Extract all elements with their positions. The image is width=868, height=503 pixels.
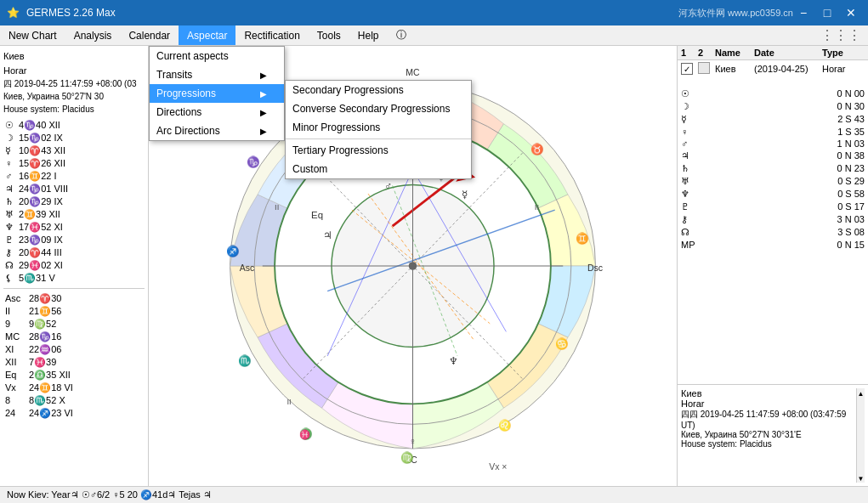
planet-neptune: ♆17♓52 XI [3, 221, 145, 234]
transits-arrow: ▶ [260, 71, 267, 80]
th-col1: 1 [681, 48, 698, 58]
scroll-up[interactable]: ▲ [858, 390, 865, 398]
planet-mercury: ☿10♈43 XII [3, 144, 145, 157]
row-type: Horar [822, 64, 865, 74]
aspect-saturn: ♄0 N 23 [681, 162, 865, 175]
table-row[interactable]: Киев (2019-04-25) Horar [678, 60, 868, 77]
menu-transits[interactable]: Transits ▶ [150, 65, 284, 84]
menu-rectification[interactable]: Rectification [235, 25, 308, 45]
house-asc: Asc28♈30 [3, 292, 145, 305]
arc-directions-arrow: ▶ [260, 127, 267, 136]
location-line: Киев, Украина 50°27'N 30 [3, 90, 145, 103]
toolbar-icon: ⋮⋮⋮ [820, 27, 861, 43]
menu-directions[interactable]: Directions ▶ [150, 103, 284, 122]
right-panel: 1 2 Name Date Type Киев (2019-04-25) Hor… [677, 46, 868, 486]
svg-text:♀: ♀ [409, 436, 417, 448]
aspect-sun: ☉0 N 00 [681, 88, 865, 100]
svg-text:♆: ♆ [449, 355, 458, 367]
planet-pluto: ♇23♑09 IX [3, 234, 145, 246]
svg-text:II: II [275, 202, 279, 212]
menu-arc-directions[interactable]: Arc Directions ▶ [150, 122, 284, 140]
aspect-moon: ☽0 N 30 [681, 100, 865, 113]
chart-table: 1 2 Name Date Type Киев (2019-04-25) Hor… [678, 46, 868, 384]
scrollbar[interactable]: ▲ ▼ [856, 388, 865, 483]
planet-uranus: ♅2♊39 XII [3, 208, 145, 221]
row-checkbox[interactable] [681, 63, 698, 75]
menu-tools[interactable]: Tools [309, 25, 349, 45]
status-text: Now Kiev: Year♃ ☉♂6/2 ♀5 20 ♐41d♃ Tejas … [7, 489, 212, 500]
vx: Vx24♊18 VI [3, 381, 145, 394]
menu-custom[interactable]: Custom [286, 160, 471, 178]
svg-text:♋: ♋ [555, 337, 569, 351]
planet-jupiter: ♃24♑01 VIII [3, 183, 145, 195]
menu-new-chart[interactable]: New Chart [0, 25, 65, 45]
aspect-mp: MP0 N 15 [681, 239, 865, 251]
svg-text:♐: ♐ [226, 245, 240, 258]
planet-mars: ♂16♊22 I [3, 170, 145, 183]
house-2: II21♊56 [3, 305, 145, 318]
info-type: Horar [681, 398, 856, 409]
svg-text:♏: ♏ [238, 354, 252, 368]
svg-text:Asc: Asc [240, 263, 255, 273]
planet-saturn: ♄20♑29 IX [3, 195, 145, 208]
svg-text:♑: ♑ [247, 155, 260, 169]
menu-analysis[interactable]: Analysis [65, 25, 121, 45]
svg-text:II: II [535, 202, 539, 212]
city-name: Киев [3, 49, 145, 64]
left-panel: Киев Horar 四 2019-04-25 11:47:59 +08:00 … [0, 46, 149, 486]
house-24: 2424♐23 VI [3, 407, 145, 420]
menu-info[interactable]: ⓘ [388, 25, 415, 45]
scroll-down[interactable]: ▼ [858, 475, 865, 483]
menu-calendar[interactable]: Calendar [120, 25, 179, 45]
menu-secondary-progressions[interactable]: Secondary Progressions [286, 81, 471, 99]
menu-progressions[interactable]: Progressions ▶ [150, 84, 284, 103]
aspect-mercury: ☿2 S 43 [681, 113, 865, 126]
maximize-button[interactable]: □ [817, 4, 837, 21]
close-button[interactable]: ✕ [841, 4, 861, 21]
svg-text:♍: ♍ [400, 451, 414, 465]
aspect-jupiter: ♃0 N 38 [681, 150, 865, 162]
svg-text:♂: ♂ [384, 180, 392, 192]
planets-list: ☉4♑40 XII ☽15♑02 IX ☿10♈43 XII ♀15♈26 XI… [3, 119, 145, 285]
info-datetime: 四四 2019-04-25 11:47:59 +08:00 (03:47:59 … [681, 409, 856, 430]
chart-area: MC Dsc Asc IC Vx × Vx × II II II ♈ ♉ ♊ ♋… [149, 46, 677, 486]
th-type: Type [822, 48, 865, 58]
svg-text:♃: ♃ [323, 229, 332, 241]
svg-text:☿: ☿ [462, 189, 468, 201]
menubar: New Chart Analysis Calendar Aspectar Rec… [0, 25, 868, 46]
aspectar-dropdown: Current aspects Transits ▶ Progressions … [149, 46, 285, 141]
planet-moon: ☽15♑02 IX [3, 132, 145, 144]
planet-chiron: ⚷20♈44 III [3, 246, 145, 259]
house-system: House system: Placidus [3, 103, 145, 116]
aspect-neptune: ♆0 S 58 [681, 188, 865, 201]
planet-sun: ☉4♑40 XII [3, 119, 145, 132]
svg-text:♊: ♊ [576, 232, 589, 246]
main-area: Киев Horar 四 2019-04-25 11:47:59 +08:00 … [0, 46, 868, 486]
color-indicator [698, 62, 710, 74]
aspect-mars: ♂1 N 03 [681, 138, 865, 150]
row-name: Киев [715, 64, 754, 74]
subtitle: 河东软件网 www.pc0359.cn [678, 7, 793, 20]
row-date: (2019-04-25) [754, 64, 822, 74]
titlebar: ⭐ GERMES 2.26 Max 河东软件网 www.pc0359.cn − … [0, 0, 868, 25]
menu-tertiary-progressions[interactable]: Tertiary Progressions [286, 141, 471, 160]
info-location: Киев, Украина 50°27'N 30°31'E [681, 430, 856, 439]
menu-converse-secondary[interactable]: Converse Secondary Progressions [286, 99, 471, 118]
menu-current-aspects[interactable]: Current aspects [150, 47, 284, 65]
planet-venus: ♀15♈26 XII [3, 157, 145, 170]
info-city: Киев [681, 388, 856, 398]
menu-help[interactable]: Help [349, 25, 388, 45]
checkbox-1[interactable] [681, 63, 693, 75]
th-name: Name [715, 48, 754, 58]
th-date: Date [754, 48, 822, 58]
app-title: GERMES 2.26 Max [26, 7, 672, 19]
minimize-button[interactable]: − [793, 4, 814, 21]
menu-minor-progressions[interactable]: Minor Progressions [286, 118, 471, 137]
submenu-separator [286, 138, 471, 139]
info-house-system: House system: Placidus [681, 439, 856, 449]
aspect-pluto: ♇0 S 17 [681, 201, 865, 213]
menu-aspectar[interactable]: Aspectar [179, 25, 235, 45]
aspect-chiron: ⚷3 N 03 [681, 213, 865, 226]
aspects-panel: ☉0 N 00 ☽0 N 30 ☿2 S 43 ♀1 S 35 ♂1 N 03 … [678, 84, 868, 254]
svg-text:♌: ♌ [498, 419, 512, 432]
